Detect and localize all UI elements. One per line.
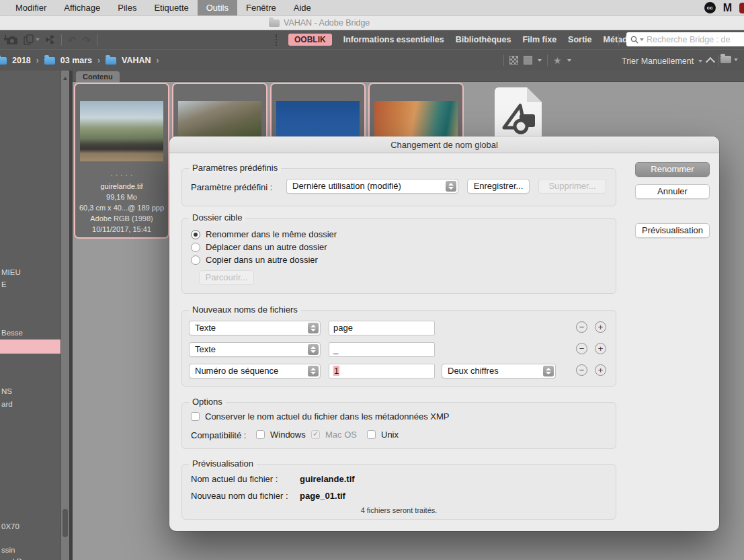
- menu-extra-icon[interactable]: [739, 3, 744, 13]
- tab-contenu[interactable]: Contenu: [76, 71, 120, 82]
- sidebar-item-selected[interactable]: [0, 339, 60, 354]
- file-dimensions: 60,3 cm x 40...@ 189 ppp: [75, 202, 168, 213]
- remove-row-button[interactable]: −: [576, 321, 587, 333]
- destination-box: Dossier cible Renommer dans le même doss…: [181, 218, 616, 294]
- radio-rename-same-folder[interactable]: Renommer dans le même dossier: [191, 229, 337, 239]
- creative-cloud-icon[interactable]: cc: [704, 2, 716, 13]
- file-date: 10/11/2017, 15:41: [75, 224, 168, 235]
- search-input[interactable]: [645, 34, 744, 45]
- sidebar-item[interactable]: NS: [1, 387, 12, 395]
- camera-raw-icon[interactable]: [46, 35, 55, 44]
- breadcrumb-vahan[interactable]: VAHAN: [122, 56, 151, 65]
- star-rating-filter-icon[interactable]: ★: [553, 56, 562, 65]
- rotate-right-icon[interactable]: ↷: [83, 35, 91, 45]
- copy-pages-icon[interactable]: [24, 34, 34, 45]
- menu-outils[interactable]: Outils: [198, 0, 237, 15]
- radio-move-other-folder[interactable]: Déplacer dans un autre dossier: [191, 242, 327, 252]
- remove-row-button[interactable]: −: [576, 343, 587, 354]
- checkbox-icon: [256, 430, 265, 439]
- folders-sidebar: MIEU E Besse NS ard 0X70 ssin aud D: [0, 71, 60, 560]
- preset-select[interactable]: Dernière utilisation (modifié): [286, 179, 458, 194]
- add-row-button[interactable]: +: [595, 321, 606, 333]
- name-part-text-input-1[interactable]: page: [329, 321, 435, 335]
- filter-icons-group: ★: [503, 54, 571, 66]
- rename-button[interactable]: Renommer: [635, 162, 710, 177]
- breadcrumb-2018[interactable]: 2018: [12, 56, 31, 65]
- add-row-button[interactable]: +: [595, 343, 606, 354]
- breadcrumb-03-mars[interactable]: 03 mars: [60, 56, 92, 65]
- sidebar-item[interactable]: 0X70: [1, 522, 19, 530]
- bridge-search-box[interactable]: [626, 32, 744, 46]
- chevron-down-icon[interactable]: [698, 60, 702, 63]
- filenames-box: Nouveaux noms de fichiers Texte page − +…: [181, 310, 616, 387]
- sidebar-item[interactable]: Besse: [1, 329, 23, 337]
- keep-name-in-xmp-checkbox[interactable]: Conserver le nom actuel du fichier dans …: [191, 411, 449, 422]
- sidebar-item[interactable]: ard: [1, 400, 13, 408]
- chevron-down-icon[interactable]: [538, 59, 542, 62]
- chevron-down-icon[interactable]: [36, 38, 40, 41]
- menu-affichage[interactable]: Affichage: [55, 0, 109, 15]
- name-part-type-select-2[interactable]: Texte: [189, 342, 321, 357]
- folder-icon[interactable]: [0, 57, 7, 65]
- workspace-tab-ooblik[interactable]: OOBLIK: [288, 34, 332, 46]
- toolbar-separator: [97, 34, 97, 46]
- browse-button[interactable]: Parcourir...: [199, 270, 254, 285]
- name-part-text-input-2[interactable]: _: [329, 342, 435, 357]
- filter-preview-quality-icon[interactable]: [524, 56, 532, 65]
- toolbar-separator: [503, 54, 504, 66]
- name-part-type-select-1[interactable]: Texte: [189, 321, 321, 335]
- thumbnail-guirelande[interactable]: · · · · · guirelande.tif 99,16 Mo 60,3 c…: [74, 83, 169, 239]
- cancel-button[interactable]: Annuler: [635, 184, 710, 199]
- sidebar-item[interactable]: aud D: [1, 557, 22, 560]
- sidebar-item[interactable]: MIEU: [1, 268, 21, 276]
- select-stepper-icon: [308, 323, 319, 333]
- name-part-type-select-3[interactable]: Numéro de séquence: [189, 364, 321, 378]
- add-row-button[interactable]: +: [595, 364, 606, 376]
- compat-windows-checkbox[interactable]: Windows: [256, 430, 306, 440]
- select-stepper-icon: [543, 366, 554, 376]
- workspace-tab-essentials[interactable]: Informations essentielles: [343, 35, 444, 44]
- sidebar-item[interactable]: E: [1, 280, 7, 288]
- sort-ascending-icon[interactable]: [706, 57, 715, 67]
- window-title: VAHAN - Adobe Bridge: [284, 18, 370, 28]
- chevron-down-icon[interactable]: [567, 59, 571, 62]
- workspace-tab-output[interactable]: Sortie: [568, 35, 591, 44]
- menu-fenetre[interactable]: Fenêtre: [237, 0, 285, 15]
- menu-piles[interactable]: Piles: [109, 0, 145, 15]
- breadcrumb-separator: ›: [97, 56, 100, 65]
- radio-copy-other-folder[interactable]: Copier dans un autre dossier: [191, 255, 318, 265]
- workspace-tab-filmstrip[interactable]: Film fixe: [522, 35, 556, 44]
- sort-label[interactable]: Trier Manuellement: [622, 56, 694, 66]
- file-name: guirelande.tif: [75, 181, 168, 192]
- menu-etiquette[interactable]: Etiquette: [145, 0, 197, 15]
- rotate-left-icon[interactable]: ↶: [68, 35, 77, 45]
- scroll-up-arrow-icon[interactable]: [63, 77, 67, 80]
- sidebar-item[interactable]: ssin: [1, 546, 15, 554]
- sort-control: Trier Manuellement: [622, 55, 719, 67]
- menu-modifier[interactable]: Modifier: [7, 0, 55, 15]
- workspace-tab-libraries[interactable]: Bibliothèques: [456, 35, 511, 44]
- folder-icon[interactable]: [44, 57, 55, 65]
- malwarebytes-icon[interactable]: M: [723, 2, 732, 13]
- remove-row-button[interactable]: −: [576, 364, 587, 376]
- folder-icon[interactable]: [106, 57, 116, 65]
- destination-legend: Dossier cible: [189, 212, 245, 223]
- radio-icon: [191, 243, 200, 252]
- import-from-camera-icon[interactable]: [3, 34, 17, 45]
- preview-button[interactable]: Prévisualisation: [635, 223, 710, 238]
- delete-preset-button[interactable]: Supprimer...: [538, 179, 606, 194]
- sidebar-scrollbar[interactable]: [60, 71, 69, 560]
- folder-icon[interactable]: [720, 56, 731, 63]
- sequence-start-input[interactable]: 1: [329, 364, 435, 378]
- chevron-down-icon[interactable]: [734, 58, 738, 61]
- save-preset-button[interactable]: Enregistrer...: [467, 179, 530, 194]
- compat-unix-checkbox[interactable]: Unix: [367, 430, 399, 440]
- rating-dots[interactable]: · · · · ·: [75, 170, 168, 179]
- workspace-grip-handle[interactable]: [276, 34, 277, 46]
- sequence-format-select[interactable]: Deux chiffres: [442, 364, 556, 378]
- menu-aide[interactable]: Aide: [285, 0, 320, 15]
- menu-bar: Modifier Affichage Piles Etiquette Outil…: [0, 0, 744, 15]
- search-scope-chevron-icon[interactable]: [640, 38, 644, 41]
- filter-thumbnail-quality-icon[interactable]: [509, 56, 518, 65]
- scrollbar-thumb[interactable]: [63, 509, 68, 537]
